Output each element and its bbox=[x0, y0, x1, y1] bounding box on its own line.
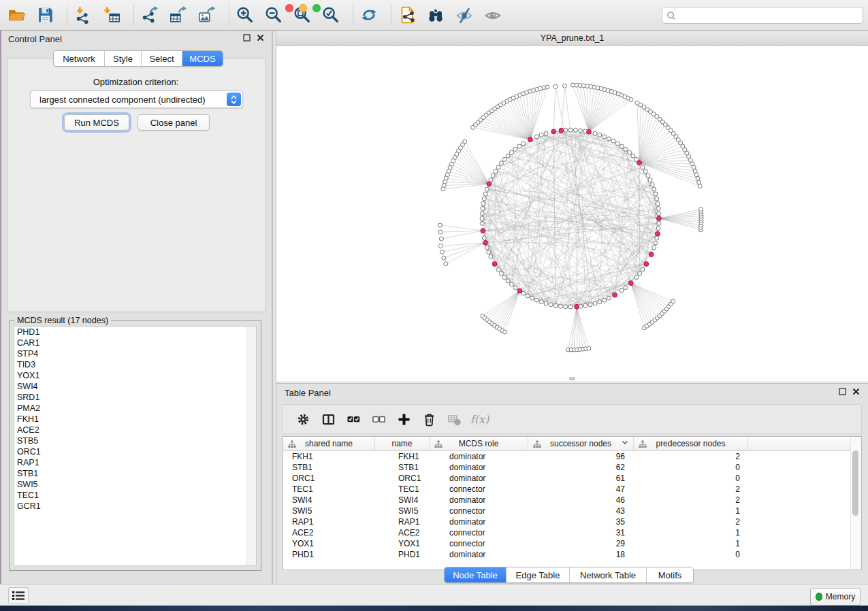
close-panel-icon[interactable] bbox=[257, 34, 264, 42]
mcds-result-item[interactable]: SWI5 bbox=[14, 479, 256, 490]
import-network-icon[interactable] bbox=[72, 4, 94, 26]
export-table-icon[interactable] bbox=[167, 4, 189, 26]
cell-MCDS-role: connector bbox=[430, 484, 528, 494]
show-columns-icon[interactable] bbox=[316, 410, 341, 428]
cell-MCDS-role: dominator bbox=[430, 474, 528, 483]
close-table-panel-icon[interactable] bbox=[852, 388, 860, 395]
network-splitter-grip[interactable] bbox=[569, 377, 575, 380]
column-header-MCDS-role[interactable]: MCDS role bbox=[430, 437, 528, 450]
tab-edge-table[interactable]: Edge Table bbox=[507, 567, 570, 582]
criterion-dropdown[interactable]: largest connected component (undirected) bbox=[30, 90, 243, 108]
mcds-result-item[interactable]: GCR1 bbox=[14, 501, 256, 512]
export-image-icon[interactable] bbox=[196, 4, 218, 26]
tab-network[interactable]: Network bbox=[54, 51, 105, 66]
tab-motifs[interactable]: Motifs bbox=[647, 567, 693, 582]
mcds-result-item[interactable]: YOX1 bbox=[14, 370, 256, 381]
table-row[interactable]: ORC1ORC1dominator610 bbox=[283, 473, 861, 484]
table-row[interactable]: TEC1TEC1connector472 bbox=[283, 484, 861, 495]
mcds-result-item[interactable]: SWI4 bbox=[14, 381, 256, 392]
mcds-result-item[interactable]: ORC1 bbox=[14, 446, 256, 457]
toolbar-separator bbox=[353, 5, 354, 25]
delete-columns-icon[interactable] bbox=[417, 410, 442, 428]
tab-network-table[interactable]: Network Table bbox=[570, 567, 647, 582]
mcds-result-item[interactable]: PHD1 bbox=[14, 327, 256, 337]
mcds-result-list[interactable]: PHD1CAR1STP4TID3YOX1SWI4SRD1PMA2FKH1ACE2… bbox=[14, 326, 257, 566]
unselect-all-columns-icon[interactable] bbox=[366, 410, 391, 428]
column-label: predecessor nodes bbox=[656, 439, 725, 448]
mcds-result-item[interactable]: STP4 bbox=[14, 348, 256, 359]
search-box[interactable] bbox=[662, 7, 863, 24]
refresh-network-icon[interactable] bbox=[358, 4, 380, 26]
mcds-result-item[interactable]: PMA2 bbox=[14, 403, 256, 414]
run-mcds-button[interactable]: Run MCDS bbox=[64, 114, 129, 131]
network-view[interactable] bbox=[276, 46, 868, 381]
cell-predecessor-nodes: 1 bbox=[634, 528, 748, 538]
column-header-shared-name[interactable]: shared name bbox=[283, 437, 375, 450]
table-panel-tabs: Node TableEdge TableNetwork TableMotifs bbox=[444, 567, 694, 583]
window-close-traffic-light[interactable] bbox=[285, 4, 293, 12]
float-panel-icon[interactable] bbox=[243, 34, 251, 42]
table-row[interactable]: SWI5SWI5connector431 bbox=[283, 506, 861, 516]
memory-button[interactable]: Memory bbox=[810, 588, 861, 606]
window-zoom-traffic-light[interactable] bbox=[312, 4, 321, 12]
export-network-icon[interactable] bbox=[139, 4, 161, 26]
mcds-result-item[interactable]: TID3 bbox=[14, 359, 256, 370]
network-canvas[interactable] bbox=[276, 46, 868, 381]
tab-style[interactable]: Style bbox=[105, 51, 142, 66]
attribute-type-icon bbox=[533, 440, 541, 448]
cell-shared-name: TEC1 bbox=[283, 484, 375, 494]
network-document-icon[interactable] bbox=[396, 4, 418, 26]
toolbar-separator bbox=[67, 5, 68, 25]
control-panel-tabs: NetworkStyleSelectMCDS bbox=[53, 50, 223, 67]
column-header-successor-nodes[interactable]: successor nodes bbox=[528, 437, 634, 450]
window-minimize-traffic-light[interactable] bbox=[299, 4, 307, 12]
zoom-in-icon[interactable] bbox=[234, 4, 256, 26]
table-row[interactable]: YOX1YOX1connector291 bbox=[283, 538, 861, 549]
mcds-result-item[interactable]: FKH1 bbox=[14, 414, 256, 425]
zoom-out-icon[interactable] bbox=[263, 4, 285, 26]
tab-select[interactable]: Select bbox=[142, 51, 182, 66]
mcds-result-item[interactable]: ACE2 bbox=[14, 425, 256, 435]
table-scrollbar-thumb[interactable] bbox=[852, 450, 858, 516]
mcds-result-item[interactable]: SRD1 bbox=[14, 392, 256, 403]
column-label: shared name bbox=[305, 439, 353, 448]
table-row[interactable]: PHD1PHD1dominator180 bbox=[283, 549, 861, 560]
cell-predecessor-nodes: 2 bbox=[634, 484, 748, 494]
float-table-panel-icon[interactable] bbox=[839, 388, 846, 395]
mcds-result-item[interactable]: STB5 bbox=[14, 435, 256, 446]
cell-successor-nodes: 96 bbox=[528, 452, 634, 461]
table-row[interactable]: ACE2ACE2connector311 bbox=[283, 527, 861, 538]
zoom-selected-icon[interactable] bbox=[320, 4, 342, 26]
tab-node-table[interactable]: Node Table bbox=[445, 567, 507, 582]
cell-MCDS-role: dominator bbox=[430, 517, 528, 527]
mcds-result-item[interactable]: CAR1 bbox=[14, 337, 256, 348]
table-row[interactable]: SWI4SWI4dominator462 bbox=[283, 495, 861, 506]
column-header-name[interactable]: name bbox=[375, 437, 430, 450]
table-row[interactable]: STB1STB1dominator620 bbox=[283, 462, 861, 473]
desktop-wallpaper bbox=[0, 606, 868, 611]
cell-shared-name: SWI4 bbox=[283, 495, 375, 505]
mcds-result-item[interactable]: STB1 bbox=[14, 468, 256, 479]
toggle-graphics-details-icon[interactable] bbox=[453, 4, 475, 26]
mcds-list-scrollbar[interactable] bbox=[246, 327, 256, 565]
search-input[interactable] bbox=[676, 10, 863, 22]
mcds-result-item[interactable]: TEC1 bbox=[14, 490, 256, 501]
toolbar-separator bbox=[133, 5, 135, 25]
table-row[interactable]: FKH1FKH1dominator962 bbox=[283, 451, 861, 462]
mcds-result-item[interactable]: RAP1 bbox=[14, 457, 256, 468]
select-all-columns-icon[interactable] bbox=[341, 410, 366, 428]
column-header-predecessor-nodes[interactable]: predecessor nodes bbox=[634, 437, 748, 450]
tab-mcds[interactable]: MCDS bbox=[182, 51, 223, 66]
import-table-icon[interactable] bbox=[101, 4, 123, 26]
settings-icon[interactable] bbox=[291, 410, 316, 428]
search-network-icon[interactable] bbox=[425, 4, 447, 26]
cell-name: SWI5 bbox=[375, 506, 430, 516]
save-session-icon[interactable] bbox=[34, 4, 56, 26]
table-row[interactable]: RAP1RAP1dominator352 bbox=[283, 516, 861, 527]
task-history-button[interactable] bbox=[8, 587, 29, 604]
open-file-icon[interactable] bbox=[5, 4, 27, 26]
cell-name: ORC1 bbox=[375, 474, 430, 483]
toolbar-separator bbox=[229, 5, 230, 25]
add-column-icon[interactable] bbox=[391, 410, 417, 428]
close-panel-button[interactable]: Close panel bbox=[138, 114, 210, 131]
